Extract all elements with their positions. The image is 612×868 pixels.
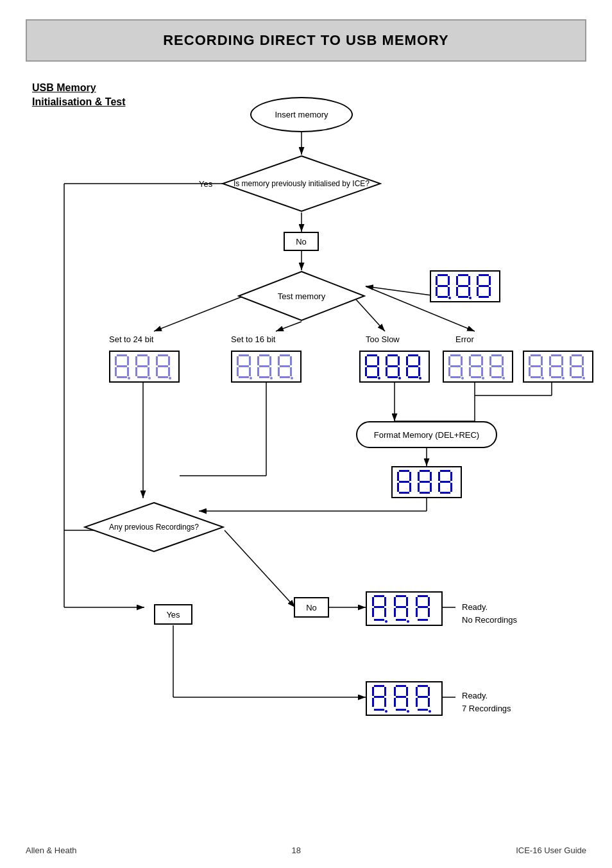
ready-7rec-label: Ready.7 Recordings xyxy=(462,690,511,715)
led-error2 xyxy=(523,351,593,383)
svg-rect-63 xyxy=(117,376,127,378)
svg-rect-95 xyxy=(259,376,269,378)
svg-rect-199 xyxy=(374,595,384,597)
svg-point-96 xyxy=(270,377,273,379)
svg-point-128 xyxy=(419,377,421,379)
footer-right: ICE-16 User Guide xyxy=(516,846,586,855)
svg-rect-127 xyxy=(408,376,418,378)
footer-center: 18 xyxy=(292,846,301,855)
svg-rect-202 xyxy=(374,606,384,608)
svg-rect-242 xyxy=(416,698,418,707)
svg-rect-138 xyxy=(469,356,471,365)
svg-rect-184 xyxy=(420,470,430,472)
svg-rect-173 xyxy=(570,367,572,376)
svg-rect-100 xyxy=(280,365,290,367)
svg-rect-232 xyxy=(406,687,408,696)
svg-line-24 xyxy=(225,530,295,607)
error-label: Error xyxy=(455,334,474,344)
svg-rect-40 xyxy=(438,296,448,298)
svg-rect-217 xyxy=(428,597,430,606)
svg-rect-133 xyxy=(448,367,450,376)
svg-rect-163 xyxy=(561,356,563,365)
svg-rect-227 xyxy=(384,698,386,707)
diamond-any-recordings: Any previous Recordings? xyxy=(83,501,225,553)
svg-rect-209 xyxy=(406,597,408,606)
svg-rect-55 xyxy=(489,287,491,296)
header-box: RECORDING DIRECT TO USB MEMORY xyxy=(26,19,586,62)
svg-rect-141 xyxy=(469,367,471,376)
svg-rect-54 xyxy=(477,287,479,296)
svg-rect-48 xyxy=(458,296,468,298)
svg-rect-189 xyxy=(430,483,432,492)
svg-rect-201 xyxy=(384,597,386,606)
svg-rect-76 xyxy=(158,365,168,367)
svg-point-80 xyxy=(169,377,171,379)
svg-rect-149 xyxy=(489,367,491,376)
svg-rect-162 xyxy=(549,356,551,365)
svg-rect-92 xyxy=(259,365,269,367)
svg-rect-203 xyxy=(372,608,374,617)
svg-rect-39 xyxy=(448,287,450,296)
svg-rect-137 xyxy=(471,354,481,356)
too-slow-label: Too Slow xyxy=(366,334,400,344)
svg-rect-223 xyxy=(372,687,374,696)
svg-point-214 xyxy=(407,620,409,623)
svg-rect-239 xyxy=(416,687,418,696)
svg-rect-175 xyxy=(572,376,582,378)
svg-rect-114 xyxy=(386,356,387,365)
svg-rect-193 xyxy=(450,472,452,481)
svg-rect-159 xyxy=(531,376,541,378)
set-16bit-label: Set to 16 bit xyxy=(231,334,275,344)
svg-rect-166 xyxy=(561,367,563,376)
svg-rect-170 xyxy=(570,356,572,365)
svg-rect-244 xyxy=(418,709,428,711)
svg-rect-233 xyxy=(396,696,406,698)
svg-rect-145 xyxy=(491,354,502,356)
svg-rect-65 xyxy=(137,354,148,356)
led-24bit xyxy=(109,351,180,383)
svg-rect-68 xyxy=(137,365,148,367)
svg-point-245 xyxy=(429,710,431,713)
svg-rect-74 xyxy=(156,356,158,365)
svg-rect-84 xyxy=(239,365,249,367)
svg-rect-225 xyxy=(374,696,384,698)
svg-rect-153 xyxy=(531,354,541,356)
svg-rect-205 xyxy=(374,619,384,621)
svg-rect-210 xyxy=(396,606,406,608)
svg-rect-97 xyxy=(280,354,290,356)
svg-rect-140 xyxy=(471,365,481,367)
svg-rect-91 xyxy=(269,356,271,365)
svg-rect-83 xyxy=(249,356,251,365)
svg-rect-107 xyxy=(377,356,379,365)
svg-rect-102 xyxy=(290,367,292,376)
svg-point-144 xyxy=(482,377,484,379)
flowchart: USB Memory Initialisation & Test Insert … xyxy=(26,81,586,774)
svg-rect-222 xyxy=(374,685,384,687)
svg-rect-75 xyxy=(168,356,170,365)
svg-rect-85 xyxy=(237,367,239,376)
svg-rect-155 xyxy=(541,356,543,365)
svg-rect-230 xyxy=(396,685,406,687)
svg-line-8 xyxy=(366,286,436,296)
svg-rect-44 xyxy=(468,276,470,285)
svg-rect-108 xyxy=(367,365,377,367)
set-24bit-label: Set to 24 bit xyxy=(109,334,153,344)
svg-point-160 xyxy=(541,377,544,379)
svg-point-136 xyxy=(461,377,464,379)
svg-rect-146 xyxy=(489,356,491,365)
svg-rect-73 xyxy=(158,354,168,356)
svg-rect-197 xyxy=(440,492,450,494)
svg-rect-106 xyxy=(365,356,367,365)
svg-point-112 xyxy=(378,377,380,379)
svg-rect-224 xyxy=(384,687,386,696)
svg-rect-118 xyxy=(398,367,400,376)
svg-rect-101 xyxy=(278,367,280,376)
svg-rect-82 xyxy=(237,356,239,365)
svg-rect-35 xyxy=(436,276,438,285)
svg-rect-122 xyxy=(406,356,408,365)
svg-rect-81 xyxy=(239,354,249,356)
svg-rect-200 xyxy=(372,597,374,606)
svg-rect-183 xyxy=(399,492,409,494)
svg-rect-66 xyxy=(135,356,137,365)
svg-point-237 xyxy=(407,710,409,713)
